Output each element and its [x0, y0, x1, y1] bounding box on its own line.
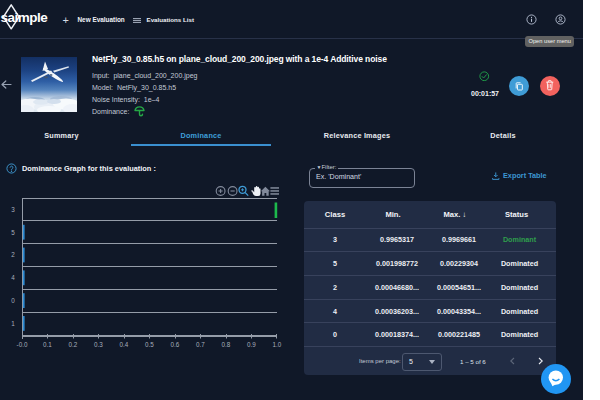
svg-text:-0.0: -0.0	[17, 341, 28, 348]
svg-text:0.3: 0.3	[94, 341, 103, 348]
svg-text:saimple: saimple	[1, 10, 49, 25]
svg-text:0.7: 0.7	[196, 341, 205, 348]
svg-text:0: 0	[11, 297, 15, 304]
svg-text:0.4: 0.4	[120, 341, 129, 348]
svg-text:0.8: 0.8	[222, 341, 231, 348]
svg-text:4: 4	[11, 274, 15, 281]
svg-text:0.5: 0.5	[145, 341, 154, 348]
svg-text:1: 1	[11, 320, 15, 327]
svg-text:1.0: 1.0	[273, 341, 282, 348]
svg-text:0.6: 0.6	[171, 341, 180, 348]
svg-text:5: 5	[11, 229, 15, 236]
svg-text:0.2: 0.2	[69, 341, 78, 348]
svg-text:2: 2	[11, 251, 15, 258]
svg-text:0.1: 0.1	[43, 341, 52, 348]
svg-text:3: 3	[11, 206, 15, 213]
svg-text:0.9: 0.9	[247, 341, 256, 348]
